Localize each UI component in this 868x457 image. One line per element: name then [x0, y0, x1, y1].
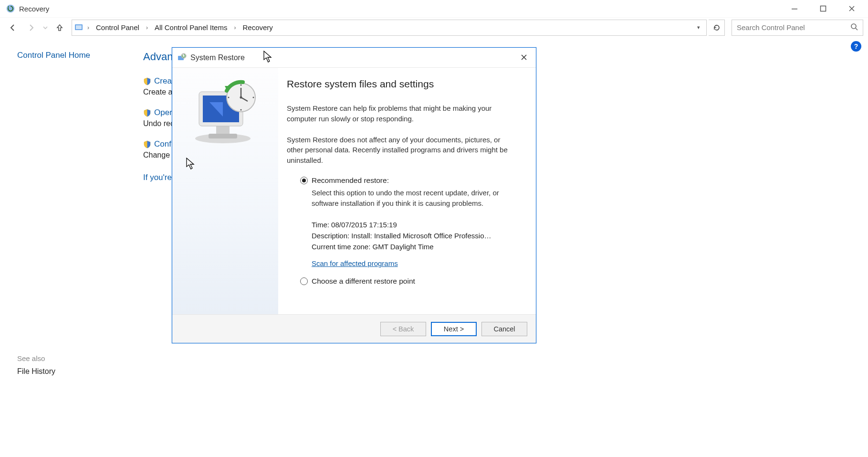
next-button[interactable]: Next >: [431, 322, 477, 336]
search-input[interactable]: [737, 23, 850, 32]
dialog-content: Restore system files and settings System…: [278, 68, 536, 314]
close-button[interactable]: [837, 0, 866, 17]
restore-description-line: Description: Install: Installed Microsof…: [312, 232, 523, 240]
scan-affected-programs-link[interactable]: Scan for affected programs: [312, 259, 398, 267]
address-bar[interactable]: › Control Panel › All Control Panel Item…: [72, 20, 707, 36]
svg-point-5: [851, 24, 856, 29]
dialog-footer: < Back Next > Cancel: [172, 314, 536, 343]
chevron-right-icon[interactable]: ›: [145, 24, 149, 31]
shield-icon: [143, 140, 151, 149]
back-button[interactable]: < Back: [380, 322, 426, 336]
radio-different-label: Choose a different restore point: [312, 277, 415, 286]
radio-recommended-label: Recommended restore:: [312, 176, 389, 185]
svg-point-17: [228, 97, 230, 98]
refresh-button[interactable]: [709, 20, 725, 36]
dialog-sidebar-image: [172, 68, 278, 314]
minimize-button[interactable]: [780, 0, 809, 17]
restore-options-group: Recommended restore: Select this option …: [287, 176, 523, 286]
sidebar: Control Panel Home See also File History: [0, 37, 143, 457]
search-icon[interactable]: [850, 23, 858, 32]
window-title: Recovery: [19, 5, 49, 13]
radio-recommended-desc: Select this option to undo the most rece…: [312, 188, 512, 209]
navigation-toolbar: › Control Panel › All Control Panel Item…: [0, 17, 868, 37]
dialog-titlebar[interactable]: System Restore: [172, 48, 536, 68]
window-titlebar: Recovery: [0, 0, 868, 17]
radio-icon: [300, 177, 308, 184]
svg-point-16: [241, 109, 242, 111]
recent-dropdown[interactable]: [41, 20, 50, 36]
system-restore-dialog: System Restore Restore: [172, 47, 536, 343]
action-create-link[interactable]: Creat: [154, 76, 174, 86]
address-dropdown[interactable]: ▾: [693, 24, 704, 31]
control-panel-icon: [74, 23, 84, 32]
dialog-heading: Restore system files and settings: [287, 78, 523, 90]
recovery-icon: [6, 4, 15, 13]
chevron-right-icon[interactable]: ›: [86, 24, 90, 31]
up-button[interactable]: [52, 20, 68, 36]
system-restore-icon: [177, 53, 187, 63]
file-history-link[interactable]: File History: [17, 367, 55, 376]
chevron-right-icon[interactable]: ›: [233, 24, 237, 31]
svg-rect-4: [76, 25, 82, 29]
maximize-button[interactable]: [809, 0, 837, 17]
dialog-paragraph-1: System Restore can help fix problems tha…: [287, 103, 511, 124]
restore-timezone-line: Current time zone: GMT Daylight Time: [312, 243, 523, 251]
svg-point-15: [241, 85, 242, 86]
svg-rect-2: [821, 6, 826, 11]
action-configure-link[interactable]: Conf: [154, 139, 171, 149]
radio-recommended[interactable]: Recommended restore:: [300, 176, 523, 185]
svg-point-18: [253, 97, 254, 98]
breadcrumb-mid[interactable]: All Control Panel Items: [152, 22, 230, 32]
dialog-title: System Restore: [190, 53, 245, 62]
see-also-label: See also: [17, 354, 55, 362]
back-button[interactable]: [5, 20, 21, 36]
radio-icon: [300, 277, 308, 285]
restore-time-line: Time: 08/07/2015 17:15:19: [312, 221, 523, 229]
control-panel-home-link[interactable]: Control Panel Home: [17, 51, 143, 60]
see-also-section: See also File History: [17, 354, 55, 376]
breadcrumb-root[interactable]: Control Panel: [93, 22, 142, 32]
dialog-body: Restore system files and settings System…: [172, 68, 536, 314]
dialog-paragraph-2: System Restore does not affect any of yo…: [287, 135, 511, 166]
radio-different[interactable]: Choose a different restore point: [300, 277, 523, 286]
action-open-link[interactable]: Oper: [154, 108, 172, 117]
forward-button[interactable]: [23, 20, 39, 36]
breadcrumb-leaf[interactable]: Recovery: [240, 22, 275, 32]
svg-rect-10: [209, 134, 237, 138]
shield-icon: [143, 109, 151, 117]
cancel-button[interactable]: Cancel: [481, 322, 527, 336]
dialog-close-button[interactable]: [517, 50, 531, 65]
svg-rect-1: [792, 9, 797, 10]
also-link[interactable]: If you're: [143, 173, 172, 182]
search-box[interactable]: [732, 20, 863, 36]
shield-icon: [143, 77, 151, 85]
window-controls: [780, 0, 866, 17]
